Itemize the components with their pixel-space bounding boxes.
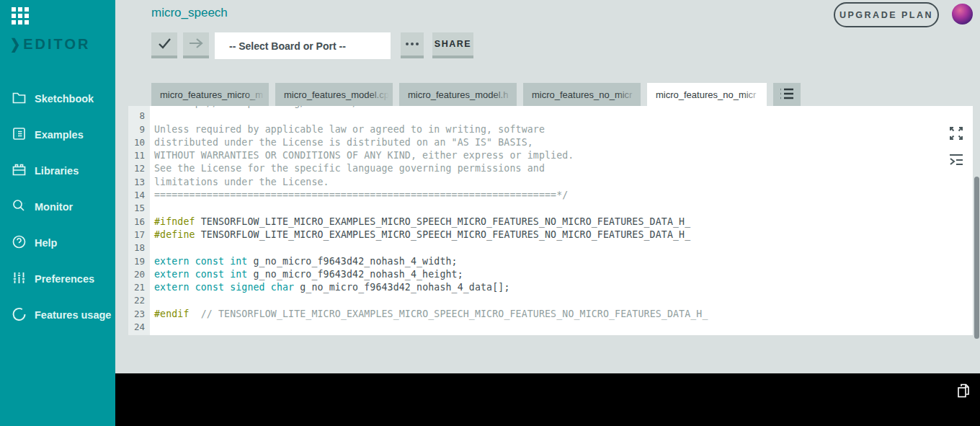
code-line: 13limitations under the License.: [128, 176, 973, 189]
tab-file-0[interactable]: micro_features_micro_m: [151, 83, 269, 106]
tab-file-4[interactable]: micro_features_no_micr: [647, 83, 767, 106]
code-line-text: [150, 110, 154, 123]
line-number: 22: [128, 294, 150, 307]
code-line-text: distributed under the License is distrib…: [150, 136, 533, 149]
examples-icon: [12, 126, 27, 143]
line-number: 17: [128, 228, 150, 241]
usage-icon: [12, 306, 27, 324]
code-line-text: http://www.apache.org/licenses/LICENSE-2…: [150, 106, 422, 110]
code-line-text: extern const int g_no_micro_f9643d42_noh…: [150, 268, 463, 281]
editor-logo: ❯ EDITOR: [10, 36, 90, 53]
code-line: 8: [128, 110, 973, 123]
page-title: micro_speech: [151, 6, 228, 20]
folder-icon: [12, 90, 27, 107]
line-number: 10: [128, 136, 150, 149]
board-port-select[interactable]: -- Select Board or Port --: [215, 32, 391, 59]
console-panel: [115, 373, 980, 426]
line-number: 18: [128, 241, 150, 254]
line-number: 20: [128, 268, 150, 281]
tab-label-fade: [368, 83, 393, 106]
sidebar-item-preferences[interactable]: Preferences: [0, 261, 115, 297]
share-button[interactable]: SHARE: [432, 32, 473, 58]
fullscreen-button[interactable]: [948, 125, 965, 142]
line-number: 19: [128, 255, 150, 268]
tab-file-1[interactable]: micro_features_model.cp: [275, 83, 393, 106]
sliders-icon: [12, 270, 27, 288]
sidebar-item-help[interactable]: Help: [0, 225, 115, 261]
upgrade-plan-button[interactable]: UPGRADE PLAN: [834, 2, 939, 27]
code-line: 17#define TENSORFLOW_LITE_MICRO_EXAMPLES…: [128, 228, 973, 241]
tab-file-2[interactable]: micro_features_model.h: [399, 83, 517, 106]
sidebar-item-label: Preferences: [35, 273, 94, 285]
line-number: 21: [128, 281, 150, 294]
code-line-text: extern const int g_no_micro_f9643d42_noh…: [150, 255, 458, 268]
sidebar-item-label: Monitor: [35, 201, 73, 213]
code-line-text: [150, 321, 154, 334]
copy-output-button[interactable]: [956, 383, 971, 400]
code-line: 24: [128, 321, 973, 334]
chevron-right-icon: ❯: [10, 35, 20, 53]
sidebar-item-label: Features usage: [35, 309, 111, 321]
code-line: 19extern const int g_no_micro_f9643d42_n…: [128, 255, 973, 268]
code-line: 23#endif // TENSORFLOW_LITE_MICRO_EXAMPL…: [128, 308, 973, 321]
sidebar-item-features-usage[interactable]: Features usage: [0, 297, 115, 333]
sidebar-item-label: Sketchbook: [35, 93, 94, 105]
tab-list-button[interactable]: [773, 83, 801, 106]
code-line: 10distributed under the License is distr…: [128, 136, 973, 149]
sidebar-item-label: Help: [35, 237, 57, 249]
sidebar-nav: SketchbookExamplesLibrariesMonitorHelpPr…: [0, 81, 115, 333]
tab-label-fade: [742, 83, 767, 106]
board-port-select-value: -- Select Board or Port --: [229, 40, 346, 52]
ellipsis-icon: [406, 43, 419, 45]
line-number: 14: [128, 189, 150, 202]
line-number: 15: [128, 202, 150, 215]
line-number: 12: [128, 162, 150, 175]
code-line-text: Unless required by applicable law or agr…: [150, 123, 545, 136]
code-line-text: [150, 241, 154, 254]
code-line-text: #ifndef TENSORFLOW_LITE_MICRO_EXAMPLES_M…: [150, 216, 690, 228]
sidebar: ❯ EDITOR SketchbookExamplesLibrariesMoni…: [0, 0, 115, 426]
monitor-icon: [12, 198, 27, 216]
sidebar-item-monitor[interactable]: Monitor: [0, 189, 115, 225]
code-line: 21extern const signed char g_no_micro_f9…: [128, 281, 973, 294]
code-line-text: ========================================…: [150, 189, 568, 202]
app-grid-icon[interactable]: [12, 7, 30, 26]
sidebar-item-sketchbook[interactable]: Sketchbook: [0, 81, 115, 117]
gutter: [128, 332, 150, 335]
verify-button[interactable]: [151, 32, 177, 58]
avatar[interactable]: [952, 4, 973, 25]
code-line: 12See the License for the specific langu…: [128, 162, 973, 175]
code-editor[interactable]: 7 http://www.apache.org/licenses/LICENSE…: [128, 106, 973, 335]
code-line: 18: [128, 241, 973, 254]
code-line: 16#ifndef TENSORFLOW_LITE_MICRO_EXAMPLES…: [128, 216, 973, 228]
console-toggle-button[interactable]: [948, 151, 965, 169]
tab-label-fade: [616, 83, 641, 106]
tab-label-fade: [244, 83, 269, 106]
sidebar-item-label: Libraries: [35, 165, 79, 177]
upload-button[interactable]: [183, 32, 209, 58]
code-line-text: [150, 202, 154, 215]
tab-label-fade: [492, 83, 517, 106]
more-options-button[interactable]: [401, 32, 424, 58]
code-line-text: See the License for the specific languag…: [150, 162, 545, 175]
code-line: 22: [128, 294, 973, 307]
code-line-text: WITHOUT WARRANTIES OR CONDITIONS OF ANY …: [150, 149, 574, 162]
sidebar-item-examples[interactable]: Examples: [0, 117, 115, 153]
code-line-text: extern const signed char g_no_micro_f964…: [150, 281, 509, 294]
code-line: 9Unless required by applicable law or ag…: [128, 123, 973, 136]
vertical-scrollbar[interactable]: [974, 177, 979, 339]
tab-list-icon: [779, 87, 795, 102]
help-icon: [12, 234, 27, 252]
code-line: 14======================================…: [128, 189, 973, 202]
line-number: 11: [128, 149, 150, 162]
code-area: 7 http://www.apache.org/licenses/LICENSE…: [128, 106, 973, 334]
sidebar-item-libraries[interactable]: Libraries: [0, 153, 115, 189]
tab-file-3[interactable]: micro_features_no_micr: [523, 83, 641, 106]
arrow-right-icon: [187, 35, 205, 53]
sidebar-item-label: Examples: [35, 129, 84, 141]
line-number: 13: [128, 176, 150, 189]
copy-icon: [956, 390, 971, 401]
code-line-text: #define TENSORFLOW_LITE_MICRO_EXAMPLES_M…: [150, 228, 690, 241]
code-line-text: limitations under the License.: [150, 176, 329, 189]
code-line: 11WITHOUT WARRANTIES OR CONDITIONS OF AN…: [128, 149, 973, 162]
